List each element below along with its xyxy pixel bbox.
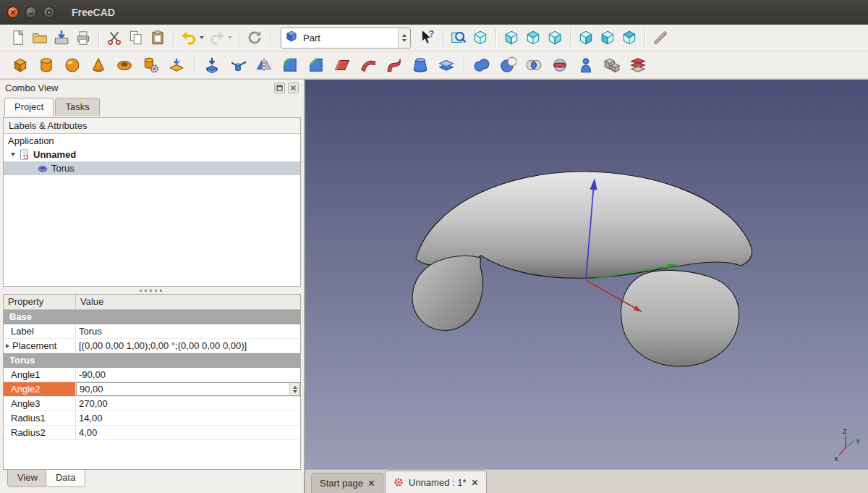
boolean-union-button[interactable] [472, 56, 491, 75]
redo-button[interactable] [208, 28, 233, 47]
paste-icon [149, 29, 166, 46]
property-name-cell[interactable]: Placement [4, 339, 76, 353]
undo-button[interactable] [179, 28, 205, 47]
offset-button[interactable] [437, 56, 456, 75]
property-value-cell[interactable]: Torus [76, 324, 300, 338]
dropdown-arrow-icon[interactable] [200, 36, 204, 39]
property-value-cell[interactable]: [(0,00 0,00 1,00);0,00 °;(0,00 0,00 0,00… [76, 339, 300, 353]
print-document-button[interactable] [74, 28, 93, 47]
3d-scene[interactable]: Z Y X [305, 80, 868, 471]
3d-viewport[interactable]: Z Y X Start pageUnnamed : 1* [305, 80, 868, 493]
collapse-arrow-icon[interactable] [11, 153, 15, 156]
loft-button[interactable] [411, 56, 430, 75]
value-column-header[interactable]: Value [76, 295, 300, 309]
value-spinner[interactable] [289, 383, 299, 395]
right-view-button[interactable] [545, 28, 564, 47]
save-document-button[interactable] [52, 28, 71, 47]
document-tab[interactable]: Start page [311, 473, 383, 493]
panel-splitter[interactable] [0, 287, 304, 294]
measure-distance-button[interactable] [651, 28, 670, 47]
revolve-icon [229, 56, 247, 74]
spinner-up-icon[interactable] [402, 34, 407, 37]
bottom-view-button[interactable] [598, 28, 617, 47]
window-minimize-button[interactable] [25, 7, 37, 18]
combo-view-titlebar[interactable]: Combo View [0, 80, 304, 96]
shape-builder-button[interactable] [167, 56, 186, 75]
document-tab[interactable]: Unnamed : 1* [385, 471, 487, 493]
rear-view-button[interactable] [576, 28, 595, 47]
boolean-common-button[interactable] [524, 56, 543, 75]
shape-builder-icon [168, 56, 185, 74]
main-content: Combo View Project Tasks Labels & Attrib… [0, 79, 868, 493]
front-view-button[interactable] [502, 28, 521, 47]
copy-button[interactable] [127, 28, 145, 47]
window-maximize-button[interactable] [43, 7, 55, 18]
torus-button[interactable] [115, 56, 134, 75]
property-value-cell[interactable]: -90,00 [76, 368, 300, 382]
boolean-cut-button[interactable] [498, 56, 517, 75]
close-tab-icon[interactable] [472, 479, 478, 486]
compound-button[interactable] [603, 56, 621, 75]
left-view-button[interactable] [620, 28, 639, 47]
property-name-cell[interactable]: Radius2 [4, 426, 76, 439]
extrude-button[interactable] [203, 56, 221, 75]
property-name-cell[interactable]: Radius1 [4, 411, 76, 425]
property-name: Angle3 [11, 398, 40, 409]
property-name-cell[interactable]: Angle2 [4, 382, 76, 396]
property-value-cell[interactable]: 14,00 [76, 411, 300, 425]
spinner-down-icon[interactable] [293, 390, 297, 393]
cut-button[interactable] [105, 28, 124, 47]
open-document-button[interactable] [30, 28, 49, 47]
top-view-button[interactable] [524, 28, 542, 47]
spinner-down-icon[interactable] [402, 39, 407, 42]
tab-data[interactable]: Data [46, 470, 85, 487]
tree-root-application[interactable]: Application [4, 134, 300, 148]
ruled-surface-button[interactable] [359, 56, 378, 75]
expand-arrow-icon[interactable] [6, 344, 9, 348]
close-tab-icon[interactable] [368, 480, 375, 486]
axonometric-view-button[interactable] [471, 28, 490, 47]
fit-all-button[interactable] [449, 28, 468, 47]
property-row: Angle3270,00 [4, 397, 300, 411]
cone-button[interactable] [89, 56, 108, 75]
make-face-button[interactable] [333, 56, 352, 75]
window-titlebar[interactable]: FreeCAD [0, 0, 868, 25]
tab-view[interactable]: View [7, 470, 48, 487]
new-document-button[interactable] [9, 28, 27, 47]
tab-project[interactable]: Project [4, 98, 54, 116]
cylinder-button[interactable] [37, 56, 56, 75]
property-value-cell[interactable]: 4,00 [76, 426, 300, 439]
fillet-button[interactable] [281, 56, 299, 75]
property-column-header[interactable]: Property [4, 295, 76, 309]
sphere-button[interactable] [63, 56, 82, 75]
float-panel-button[interactable] [274, 83, 285, 93]
sweep-button[interactable] [385, 56, 404, 75]
cross-sections-button[interactable] [576, 56, 595, 75]
create-primitives-button[interactable] [141, 56, 160, 75]
revolve-button[interactable] [229, 56, 247, 75]
tree-item-document[interactable]: Unnamed [4, 148, 300, 161]
property-name-cell[interactable]: Label [4, 324, 76, 338]
slice-icon [629, 56, 647, 74]
close-panel-button[interactable] [288, 83, 299, 93]
torus-right-end[interactable] [621, 270, 739, 366]
tree-item-torus[interactable]: Torus [4, 161, 300, 175]
whats-this-button[interactable]: ? [418, 28, 437, 47]
section-button[interactable] [550, 56, 569, 75]
property-value-cell[interactable]: 90,00 [76, 382, 300, 396]
property-name-cell[interactable]: Angle1 [4, 368, 76, 382]
tab-tasks[interactable]: Tasks [55, 98, 99, 116]
window-close-button[interactable] [7, 7, 19, 18]
spinner-up-icon[interactable] [293, 386, 297, 389]
slice-button[interactable] [629, 56, 647, 75]
property-value-cell[interactable]: 270,00 [76, 397, 300, 410]
refresh-button[interactable] [245, 28, 264, 47]
mirror-button[interactable] [255, 56, 273, 75]
box-button[interactable] [11, 56, 30, 75]
dropdown-arrow-icon[interactable] [228, 36, 232, 39]
property-name-cell[interactable]: Angle3 [4, 397, 76, 410]
workbench-spinner[interactable] [398, 28, 410, 48]
chamfer-button[interactable] [307, 56, 326, 75]
paste-button[interactable] [148, 28, 167, 47]
workbench-selector[interactable]: Part [281, 28, 411, 49]
